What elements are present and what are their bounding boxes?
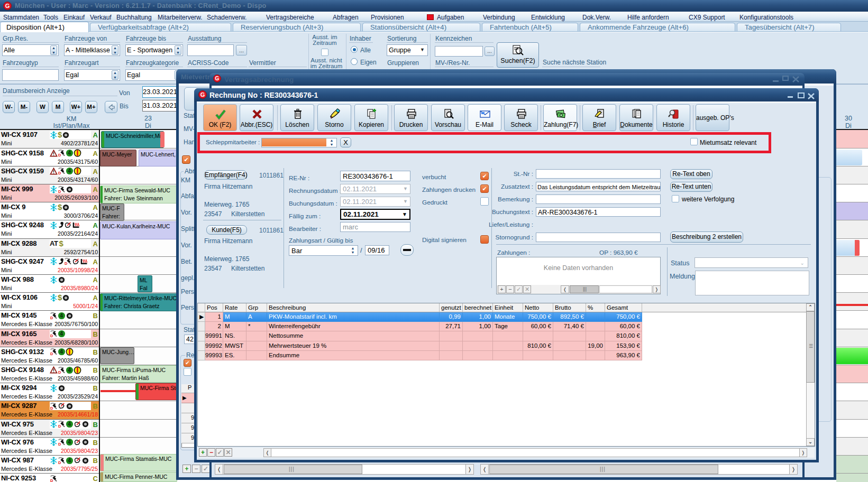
svg-text:4: 4 [68, 367, 71, 373]
svg-text:4: 4 [60, 313, 63, 319]
svg-text:D: D [58, 460, 61, 465]
svg-text:D: D [58, 189, 61, 193]
svg-text:D: D [50, 351, 53, 356]
svg-text:D: D [58, 370, 61, 374]
svg-text:D: D [50, 333, 53, 338]
svg-text:4: 4 [60, 349, 63, 355]
svg-text:4: 4 [68, 421, 71, 427]
svg-text:D: D [50, 406, 53, 410]
svg-text:4: 4 [68, 150, 71, 156]
svg-text:4: 4 [68, 169, 71, 174]
svg-text:D: D [50, 478, 53, 482]
svg-text:D: D [58, 442, 61, 446]
svg-text:4: 4 [60, 331, 63, 337]
svg-text:D: D [50, 316, 53, 320]
svg-text:D: D [58, 153, 61, 157]
svg-text:D: D [58, 424, 61, 428]
svg-text:4: 4 [68, 440, 71, 446]
svg-text:D: D [65, 261, 68, 265]
svg-text:D: D [58, 171, 61, 175]
svg-text:4: 4 [68, 458, 71, 464]
